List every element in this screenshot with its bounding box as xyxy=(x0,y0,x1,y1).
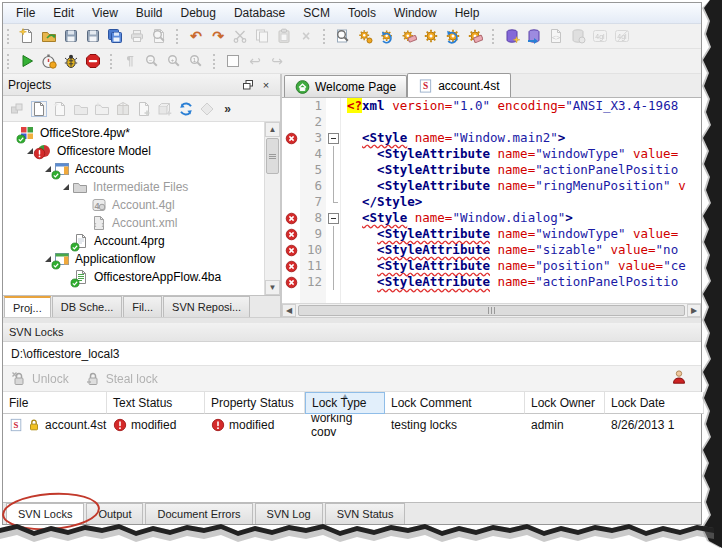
save-button[interactable] xyxy=(60,26,82,46)
menu-view[interactable]: View xyxy=(83,4,127,22)
tree-item[interactable]: Intermediate Files xyxy=(3,178,280,196)
refresh-button[interactable] xyxy=(175,99,196,119)
rebuild-button[interactable] xyxy=(376,26,398,46)
editor-tab-account-4st[interactable]: Saccount.4st xyxy=(407,73,510,97)
build-all-button[interactable] xyxy=(420,26,442,46)
run-button[interactable] xyxy=(16,51,38,71)
editor-tab-welcome-page[interactable]: Welcome Page xyxy=(284,75,407,97)
delete-button[interactable]: × xyxy=(295,26,317,46)
editor-hscrollbar[interactable]: ◀ ▶ xyxy=(282,303,701,317)
build-button[interactable] xyxy=(354,26,376,46)
save-as-button[interactable] xyxy=(82,26,104,46)
table-row[interactable]: Saccount.4stmodifiedmodifiedworking copy… xyxy=(3,414,701,436)
package-button[interactable] xyxy=(112,99,133,119)
scroll-thumb[interactable] xyxy=(266,138,279,174)
close-panel-icon[interactable]: × xyxy=(257,77,275,93)
print-button[interactable] xyxy=(126,26,148,46)
new-file-button[interactable] xyxy=(16,26,38,46)
tree-item[interactable]: 4Account.4gl xyxy=(3,196,280,214)
compile-4gl-button[interactable]: 4gl xyxy=(589,26,611,46)
scroll-right-icon[interactable]: ▶ xyxy=(687,304,701,317)
generate-code-button[interactable]: <> xyxy=(545,26,567,46)
fold-toggle-icon[interactable] xyxy=(328,133,339,144)
paragraph-button[interactable]: ¶ xyxy=(119,51,141,71)
zoom-out-button[interactable]: − xyxy=(141,51,163,71)
clean-all-button[interactable] xyxy=(464,26,486,46)
tree-scrollbar[interactable]: ▲ ▼ xyxy=(264,122,280,295)
redo-button[interactable]: ↷ xyxy=(207,26,229,46)
scroll-up-icon[interactable]: ▲ xyxy=(265,122,280,137)
menu-window[interactable]: Window xyxy=(385,4,446,22)
expand-arrow-icon[interactable] xyxy=(63,184,69,190)
column-header-lock-date[interactable]: Lock Date xyxy=(605,392,704,414)
menu-database[interactable]: Database xyxy=(225,4,294,22)
link-4gl-button[interactable]: 4gl xyxy=(611,26,633,46)
bottom-tab-document-errors[interactable]: Document Errors xyxy=(145,503,252,524)
tree-item[interactable]: OfficestoreAppFlow.4ba xyxy=(3,268,280,286)
tree-item[interactable]: OfficeStore.4pw* xyxy=(3,124,280,142)
compare-button[interactable] xyxy=(196,99,217,119)
cut-button[interactable] xyxy=(229,26,251,46)
rebuild-all-button[interactable] xyxy=(442,26,464,46)
column-header-lock-owner[interactable]: Lock Owner xyxy=(525,392,605,414)
zoom-in-button[interactable]: + xyxy=(163,51,185,71)
menu-build[interactable]: Build xyxy=(127,4,172,22)
menu-file[interactable]: File xyxy=(7,4,44,22)
scroll-down-icon[interactable]: ▼ xyxy=(265,280,280,295)
panel-tab-2[interactable]: Fil... xyxy=(123,296,162,317)
stop-button[interactable] xyxy=(82,51,104,71)
new-group-button[interactable] xyxy=(91,99,112,119)
form-frame-button[interactable] xyxy=(222,51,244,71)
panel-tab-1[interactable]: DB Sche... xyxy=(52,296,123,317)
new-file-project-button[interactable] xyxy=(28,99,49,119)
tree-item[interactable]: Applicationflow xyxy=(3,250,280,268)
nav-back-button[interactable]: ↩ xyxy=(244,51,266,71)
add-library-button[interactable] xyxy=(154,99,175,119)
save-all-button[interactable] xyxy=(104,26,126,46)
column-header-file[interactable]: File xyxy=(3,392,107,414)
undo-button[interactable]: ↶ xyxy=(185,26,207,46)
print-preview-button[interactable] xyxy=(148,26,170,46)
open-folder-button[interactable] xyxy=(70,99,91,119)
menu-help[interactable]: Help xyxy=(446,4,489,22)
column-header-lock-type[interactable]: ▲Lock Type xyxy=(305,392,385,414)
unlock-button[interactable]: Unlock xyxy=(11,371,69,387)
profile-button[interactable] xyxy=(38,51,60,71)
tree-item[interactable]: Account.xml xyxy=(3,214,280,232)
float-panel-icon[interactable] xyxy=(239,77,257,93)
panel-tab-0[interactable]: Proj... xyxy=(4,296,51,317)
bottom-tab-svn-locks[interactable]: SVN Locks xyxy=(6,503,84,524)
column-header-lock-comment[interactable]: Lock Comment xyxy=(385,392,525,414)
open-file-button[interactable] xyxy=(38,26,60,46)
import-database-button[interactable] xyxy=(523,26,545,46)
nav-forward-button[interactable]: ↪ xyxy=(266,51,288,71)
project-group-button[interactable] xyxy=(7,99,28,119)
add-file-button[interactable] xyxy=(133,99,154,119)
hscroll-thumb[interactable] xyxy=(298,305,685,316)
code-area[interactable]: 123456789101112 <?xml version="1.0" enco… xyxy=(282,97,701,303)
new-database-button[interactable] xyxy=(501,26,523,46)
bottom-tab-output[interactable]: Output xyxy=(86,503,143,524)
clean-button[interactable] xyxy=(398,26,420,46)
column-header-text-status[interactable]: Text Status xyxy=(107,392,205,414)
tree-item[interactable]: Accounts xyxy=(3,160,280,178)
menu-edit[interactable]: Edit xyxy=(44,4,83,22)
bottom-tab-svn-status[interactable]: SVN Status xyxy=(325,503,406,524)
column-header-property-status[interactable]: Property Status xyxy=(205,392,305,414)
menu-debug[interactable]: Debug xyxy=(172,4,225,22)
menu-tools[interactable]: Tools xyxy=(339,4,385,22)
tree-item[interactable]: Officestore Model xyxy=(3,142,280,160)
copy-button[interactable] xyxy=(251,26,273,46)
fold-toggle-icon[interactable] xyxy=(328,213,339,224)
overflow-button[interactable]: » xyxy=(217,99,238,119)
debug-button[interactable] xyxy=(60,51,82,71)
svn-working-copy-path[interactable]: D:\officestore_local3 xyxy=(3,342,701,366)
search-document-button[interactable] xyxy=(332,26,354,46)
steal-lock-button[interactable]: Steal lock xyxy=(85,371,158,387)
bottom-tab-svn-log[interactable]: SVN Log xyxy=(255,503,323,524)
zoom-100-button[interactable]: 1 xyxy=(185,51,207,71)
menu-scm[interactable]: SCM xyxy=(294,4,339,22)
panel-tab-3[interactable]: SVN Reposi... xyxy=(163,296,250,317)
database-schema-button[interactable] xyxy=(567,26,589,46)
tree-item[interactable]: Account.4prg xyxy=(3,232,280,250)
